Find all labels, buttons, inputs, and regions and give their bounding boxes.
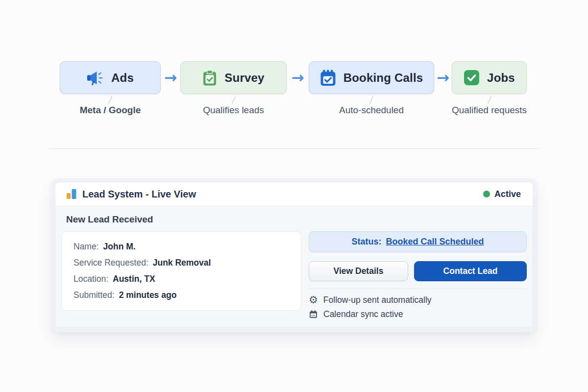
card-columns: Name: John M. Service Requested: Junk Re… xyxy=(61,231,527,319)
flow-step-label: Survey xyxy=(224,71,264,85)
field-value: Austin, TX xyxy=(113,271,155,287)
flow-step-booking-calls: Booking Calls Auto-scheduled xyxy=(309,61,434,116)
flow-step-label: Booking Calls xyxy=(343,71,423,85)
lead-field-service: Service Requested: Junk Removal xyxy=(74,255,289,271)
lead-system-card: Lead System - Live View Active New Lead … xyxy=(51,178,537,332)
automation-item-followup: ⚙ Follow-up sent automatically xyxy=(309,295,527,305)
automation-text: Calendar sync active xyxy=(323,309,403,319)
status-value-link[interactable]: Booked Call Scheduled xyxy=(386,237,484,247)
flow-box-survey: Survey xyxy=(180,61,287,94)
lead-actions-panel: Status: Booked Call Scheduled View Detai… xyxy=(309,231,527,319)
lead-field-submitted: Submitted: 2 minutes ago xyxy=(74,287,289,303)
bar-chart-icon xyxy=(66,188,77,200)
field-label: Location: xyxy=(74,271,108,287)
card-title: Lead System - Live View xyxy=(82,189,196,200)
pipeline-flow: Ads Meta / Google → Survey Qualifie xyxy=(60,61,527,116)
lead-details-panel: Name: John M. Service Requested: Junk Re… xyxy=(61,231,301,311)
flow-step-caption: Qualifies leads xyxy=(203,105,264,116)
automation-text: Follow-up sent automatically xyxy=(323,295,432,305)
active-dot-icon xyxy=(483,191,490,197)
megaphone-icon xyxy=(87,70,104,86)
flow-arrow-icon: → xyxy=(161,61,180,94)
flow-arrow-icon: → xyxy=(287,61,309,94)
section-divider xyxy=(49,148,539,149)
calendar-icon xyxy=(309,310,318,319)
connector-tick xyxy=(107,96,114,104)
view-details-button[interactable]: View Details xyxy=(309,261,408,281)
flow-box-jobs: Jobs xyxy=(452,61,527,94)
status-banner: Status: Booked Call Scheduled xyxy=(309,231,527,252)
card-body: New Lead Received Name: John M. Service … xyxy=(55,206,533,327)
automation-list: ⚙ Follow-up sent automatically xyxy=(309,289,527,319)
calendar-check-icon xyxy=(320,70,336,86)
flow-step-caption: Auto-scheduled xyxy=(339,105,404,116)
flow-arrow-icon: → xyxy=(434,61,452,94)
button-row: View Details Contact Lead xyxy=(309,261,527,281)
connector-tick xyxy=(486,96,493,104)
field-label: Service Requested: xyxy=(74,255,148,271)
field-label: Submitted: xyxy=(74,287,115,303)
flow-step-jobs: Jobs Qualified requests xyxy=(452,61,527,116)
flow-step-survey: Survey Qualifies leads xyxy=(180,61,287,116)
gear-icon: ⚙ xyxy=(309,295,318,305)
clipboard-check-icon xyxy=(202,70,217,86)
flow-step-label: Jobs xyxy=(487,71,515,85)
card-title-wrap: Lead System - Live View xyxy=(66,188,196,200)
field-value: Junk Removal xyxy=(153,255,211,271)
flow-step-ads: Ads Meta / Google xyxy=(60,61,161,116)
field-label: Name: xyxy=(74,239,99,255)
flow-box-booking-calls: Booking Calls xyxy=(309,61,434,94)
section-heading: New Lead Received xyxy=(66,214,527,225)
page: Ads Meta / Google → Survey Qualifie xyxy=(0,0,588,392)
card-header: Lead System - Live View Active xyxy=(55,182,533,206)
flow-box-ads: Ads xyxy=(60,61,161,94)
flow-step-label: Ads xyxy=(111,71,134,85)
checkbox-check-icon xyxy=(464,70,480,86)
contact-lead-button[interactable]: Contact Lead xyxy=(414,261,527,281)
connector-tick xyxy=(230,96,237,104)
automation-item-calendar: Calendar sync active xyxy=(309,309,527,319)
flow-step-caption: Qualified requests xyxy=(452,105,527,116)
status-badge: Active xyxy=(483,189,521,199)
status-label: Status: xyxy=(351,237,381,247)
flow-step-caption: Meta / Google xyxy=(80,105,141,116)
lead-field-location: Location: Austin, TX xyxy=(74,271,289,287)
connector-tick xyxy=(368,96,375,104)
active-label: Active xyxy=(494,189,521,199)
field-value: 2 minutes ago xyxy=(119,287,177,303)
lead-field-name: Name: John M. xyxy=(74,239,289,255)
card-inner: Lead System - Live View Active New Lead … xyxy=(55,182,533,328)
field-value: John M. xyxy=(103,239,136,255)
